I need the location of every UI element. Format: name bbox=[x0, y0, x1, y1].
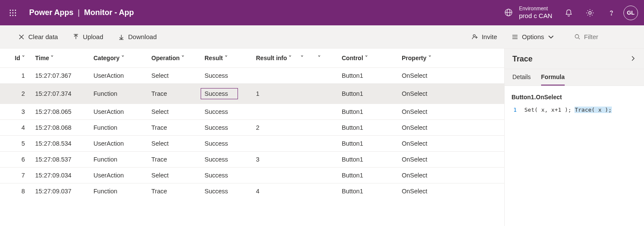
clear-data-button[interactable]: Clear data bbox=[15, 31, 61, 43]
bell-icon[interactable] bbox=[564, 9, 573, 17]
panel-title: Trace bbox=[512, 55, 533, 64]
chevron-right-icon[interactable] bbox=[629, 55, 636, 63]
table-row[interactable]: 115:27:07.367UserActionSelectSuccessButt… bbox=[0, 68, 504, 84]
env-label: Environment bbox=[519, 6, 552, 12]
table-row[interactable]: 615:27:08.537FunctionTraceSuccess3Button… bbox=[0, 152, 504, 168]
svg-point-3 bbox=[10, 12, 11, 13]
col-operation[interactable]: Operation˅ bbox=[151, 49, 205, 68]
svg-point-20 bbox=[473, 34, 475, 37]
breadcrumb: Power Apps | Monitor - App bbox=[29, 8, 134, 17]
svg-point-13 bbox=[611, 14, 611, 15]
svg-point-7 bbox=[12, 15, 14, 16]
brand-name[interactable]: Power Apps bbox=[29, 8, 73, 17]
col-blank1[interactable]: ˅ bbox=[299, 49, 316, 68]
details-panel: Trace Details Formula Button1.OnSelect 1… bbox=[504, 49, 644, 226]
help-icon[interactable] bbox=[607, 9, 616, 17]
env-name: prod c CAN bbox=[519, 12, 552, 20]
tab-formula[interactable]: Formula bbox=[541, 73, 565, 86]
col-category[interactable]: Category˅ bbox=[93, 49, 151, 68]
options-button[interactable]: Options bbox=[508, 31, 558, 43]
invite-button[interactable]: Invite bbox=[468, 31, 500, 43]
filter-input[interactable] bbox=[584, 33, 635, 40]
svg-point-6 bbox=[10, 15, 11, 16]
col-property[interactable]: Property˅ bbox=[402, 49, 504, 68]
tab-details[interactable]: Details bbox=[512, 73, 531, 86]
svg-line-27 bbox=[578, 38, 580, 39]
avatar[interactable]: GL bbox=[623, 6, 638, 20]
breadcrumb-separator: | bbox=[78, 8, 80, 17]
col-time[interactable]: Time˅ bbox=[35, 49, 93, 68]
col-control[interactable]: Control˅ bbox=[342, 49, 402, 68]
svg-point-2 bbox=[15, 9, 16, 11]
svg-point-0 bbox=[10, 9, 11, 11]
col-id[interactable]: Id˅ bbox=[0, 49, 35, 68]
svg-point-26 bbox=[575, 34, 578, 38]
waffle-icon[interactable] bbox=[6, 6, 20, 20]
formula-title: Button1.OnSelect bbox=[512, 94, 637, 101]
app-header: Power Apps | Monitor - App Environment p… bbox=[0, 0, 644, 25]
globe-icon bbox=[504, 8, 513, 17]
events-grid: Id˅ Time˅ Category˅ Operation˅ Result˅ R… bbox=[0, 49, 504, 226]
col-blank2[interactable]: ˅ bbox=[316, 49, 342, 68]
page-title[interactable]: Monitor - App bbox=[84, 8, 134, 17]
col-result-info[interactable]: Result info˅ bbox=[256, 49, 299, 68]
upload-button[interactable]: Upload bbox=[69, 31, 107, 43]
svg-point-1 bbox=[12, 9, 14, 11]
table-row[interactable]: 815:27:09.037FunctionTraceSuccess4Button… bbox=[0, 183, 504, 199]
gear-icon[interactable] bbox=[586, 9, 594, 17]
col-result[interactable]: Result˅ bbox=[205, 49, 256, 68]
formula-code: 1 Set( x, x+1 ); Trace( x ); bbox=[512, 107, 637, 113]
table-row[interactable]: 415:27:08.068FunctionTraceSuccess2Button… bbox=[0, 120, 504, 136]
download-button[interactable]: Download bbox=[114, 31, 160, 43]
table-row[interactable]: 715:27:09.034UserActionSelectSuccessButt… bbox=[0, 168, 504, 183]
svg-point-5 bbox=[15, 12, 16, 13]
environment-picker[interactable]: Environment prod c CAN bbox=[504, 6, 552, 19]
command-bar: Clear data Upload Download Invite Option… bbox=[0, 25, 644, 49]
line-number: 1 bbox=[512, 107, 517, 113]
table-row[interactable]: 315:27:08.065UserActionSelectSuccessButt… bbox=[0, 104, 504, 120]
svg-point-8 bbox=[15, 15, 16, 16]
table-row[interactable]: 215:27:07.374FunctionTraceSuccess1Button… bbox=[0, 84, 504, 104]
filter-box[interactable] bbox=[566, 33, 635, 40]
svg-point-12 bbox=[589, 12, 591, 14]
table-row[interactable]: 515:27:08.534UserActionSelectSuccessButt… bbox=[0, 136, 504, 152]
svg-point-4 bbox=[12, 12, 14, 13]
